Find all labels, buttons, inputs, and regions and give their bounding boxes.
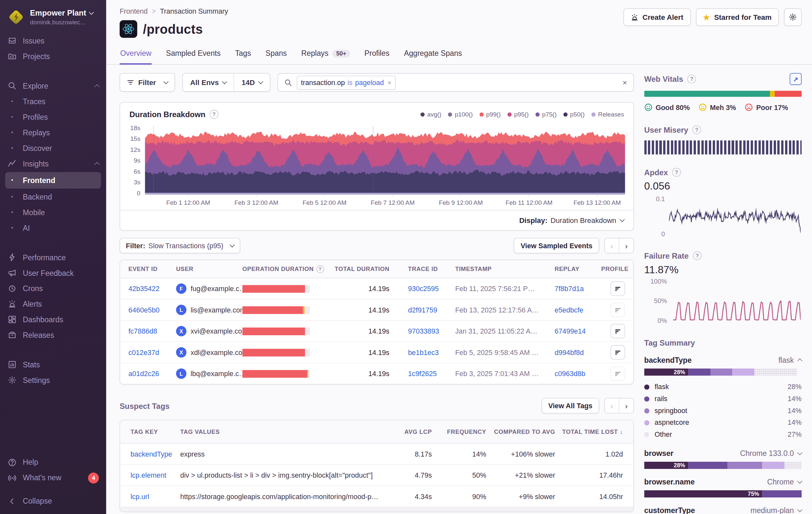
- trace-id-link[interactable]: be1b1ec3: [408, 349, 455, 356]
- help-icon[interactable]: ?: [209, 110, 218, 119]
- prev-page-button[interactable]: ‹: [605, 399, 619, 413]
- create-alert-button[interactable]: Create Alert: [623, 8, 690, 26]
- replay-link[interactable]: e5edbcfe: [554, 306, 601, 314]
- list-item[interactable]: springboot14%: [644, 405, 802, 417]
- tag-key-link[interactable]: backendType: [130, 450, 180, 458]
- event-id-link[interactable]: a01d2c26: [128, 370, 176, 377]
- failure-rate-value: 11.87%: [644, 264, 802, 276]
- sidebar-item-help[interactable]: Help: [0, 454, 106, 470]
- replay-link[interactable]: d994bf8d: [554, 349, 601, 356]
- issues-icon: [7, 36, 17, 46]
- transaction-settings-button[interactable]: [784, 8, 802, 26]
- sidebar-item-performance[interactable]: Performance: [0, 249, 106, 265]
- org-switcher[interactable]: Empower Plant dominik.buszowiec…: [0, 6, 106, 33]
- search-input[interactable]: transaction.op is pageload × ×: [278, 73, 634, 91]
- replay-link[interactable]: 67499e14: [554, 327, 601, 335]
- sidebar-item-frontend[interactable]: Frontend: [5, 172, 101, 189]
- list-item[interactable]: rails14%: [644, 393, 802, 405]
- breadcrumb-frontend[interactable]: Frontend: [120, 7, 148, 15]
- replay-link[interactable]: c0963d8b: [554, 370, 601, 377]
- starred-for-team-button[interactable]: ★ Starred for Team: [696, 8, 779, 26]
- search-token[interactable]: transaction.op is pageload ×: [297, 75, 396, 89]
- profile-button[interactable]: [611, 303, 625, 317]
- sidebar-item-issues[interactable]: Issues: [0, 33, 106, 49]
- sidebar-item-traces[interactable]: Traces: [0, 93, 106, 109]
- transactions-filter-dropdown[interactable]: Filter: Slow Transactions (p95): [120, 238, 241, 253]
- sidebar-item-releases[interactable]: Releases: [0, 327, 106, 343]
- profile-button[interactable]: [611, 281, 625, 296]
- event-id-link[interactable]: fc7886d8: [128, 327, 176, 335]
- avatar: L: [176, 305, 186, 315]
- list-item[interactable]: aspnetcore14%: [644, 417, 802, 429]
- list-item[interactable]: flask28%: [644, 381, 802, 393]
- tab-tags[interactable]: Tags: [234, 45, 251, 64]
- event-id-link[interactable]: c012e37d: [128, 349, 176, 356]
- sidebar-item-label: Collapse: [23, 497, 52, 505]
- tag-section-backendtype: backendType flask 28% flask28% r: [644, 356, 802, 440]
- sidebar-item-settings[interactable]: Settings: [0, 373, 106, 388]
- trace-id-link[interactable]: 930c2595: [408, 285, 455, 292]
- remove-token-icon[interactable]: ×: [386, 79, 392, 86]
- chart-title: Duration Breakdown: [129, 110, 205, 119]
- tag-key-link[interactable]: lcp.element: [130, 471, 180, 479]
- sidebar-item-dashboards[interactable]: Dashboards: [0, 312, 106, 327]
- tag-key-link[interactable]: lcp.url: [130, 493, 180, 501]
- smiley-good-icon: [644, 103, 653, 112]
- display-selector[interactable]: Duration Breakdown: [551, 216, 624, 224]
- help-icon[interactable]: ?: [316, 265, 324, 273]
- tab-sampled-events[interactable]: Sampled Events: [165, 45, 221, 64]
- tab-replays[interactable]: Replays50+: [300, 45, 350, 64]
- list-item[interactable]: Other27%: [644, 429, 802, 441]
- trace-id-link[interactable]: 1c9f2625: [408, 370, 455, 377]
- tab-aggregate-spans[interactable]: Aggregate Spans: [403, 45, 462, 64]
- profile-button[interactable]: [611, 345, 625, 360]
- sidebar-group-insights[interactable]: Insights: [0, 156, 106, 171]
- prev-page-button[interactable]: ‹: [605, 239, 619, 253]
- sidebar-collapse-button[interactable]: Collapse: [0, 493, 106, 509]
- sidebar-item-crons[interactable]: Crons: [0, 281, 106, 296]
- event-id-link[interactable]: 42b35422: [128, 285, 176, 292]
- events-table: Event ID User Operation Duration? Total …: [120, 260, 634, 384]
- sidebar-item-label: Traces: [23, 97, 46, 106]
- clear-search-icon[interactable]: ×: [622, 78, 627, 87]
- date-range-selector[interactable]: 14D: [234, 74, 270, 91]
- trace-id-link[interactable]: d2f91759: [408, 306, 455, 314]
- sidebar-item-projects[interactable]: Projects: [0, 49, 106, 64]
- tab-profiles[interactable]: Profiles: [364, 45, 390, 64]
- environment-selector[interactable]: All Envs: [183, 74, 234, 91]
- event-id-link[interactable]: 6460e5b0: [128, 306, 176, 314]
- open-in-vitals-icon[interactable]: ↗: [790, 73, 802, 85]
- view-sampled-events-button[interactable]: View Sampled Events: [514, 238, 599, 253]
- filter-dropdown[interactable]: Filter: [120, 73, 175, 91]
- sidebar-item-mobile[interactable]: Mobile: [0, 205, 106, 220]
- sidebar-item-backend[interactable]: Backend: [0, 189, 106, 205]
- next-page-button[interactable]: ›: [619, 239, 633, 253]
- help-icon[interactable]: ?: [672, 168, 681, 177]
- next-page-button[interactable]: ›: [619, 399, 633, 413]
- sidebar-item-replays[interactable]: Replays: [0, 125, 106, 140]
- profile-button[interactable]: [611, 324, 625, 339]
- sidebar-item-user-feedback[interactable]: User Feedback: [0, 265, 106, 281]
- replay-link[interactable]: 7f8b7d1a: [554, 285, 601, 292]
- tag-value-selector[interactable]: Chrome: [767, 478, 802, 486]
- avatar: X: [176, 326, 186, 336]
- sort-desc-icon[interactable]: ↓: [620, 429, 623, 435]
- tag-value-selector[interactable]: medium-plan: [750, 506, 802, 514]
- tag-value-selector[interactable]: Chrome 133.0.0: [740, 450, 802, 458]
- tab-spans[interactable]: Spans: [265, 45, 287, 64]
- trace-id-link[interactable]: 97033893: [408, 327, 455, 335]
- profile-button[interactable]: [611, 367, 625, 381]
- help-icon[interactable]: ?: [693, 251, 701, 260]
- sidebar-item-stats[interactable]: Stats: [0, 357, 106, 373]
- sidebar-item-alerts[interactable]: Alerts: [0, 296, 106, 312]
- tab-overview[interactable]: Overview: [120, 45, 152, 64]
- sidebar-group-explore[interactable]: Explore: [0, 78, 106, 94]
- sidebar-item-discover[interactable]: Discover: [0, 140, 106, 156]
- help-icon[interactable]: ?: [688, 75, 696, 83]
- sidebar-item-ai[interactable]: AI: [0, 220, 106, 236]
- sidebar-item-whats-new[interactable]: What's new 4: [0, 470, 106, 485]
- sidebar-item-profiles[interactable]: Profiles: [0, 109, 106, 125]
- tag-value-selector[interactable]: flask: [778, 356, 802, 364]
- view-all-tags-button[interactable]: View All Tags: [542, 398, 599, 413]
- help-icon[interactable]: ?: [692, 125, 701, 134]
